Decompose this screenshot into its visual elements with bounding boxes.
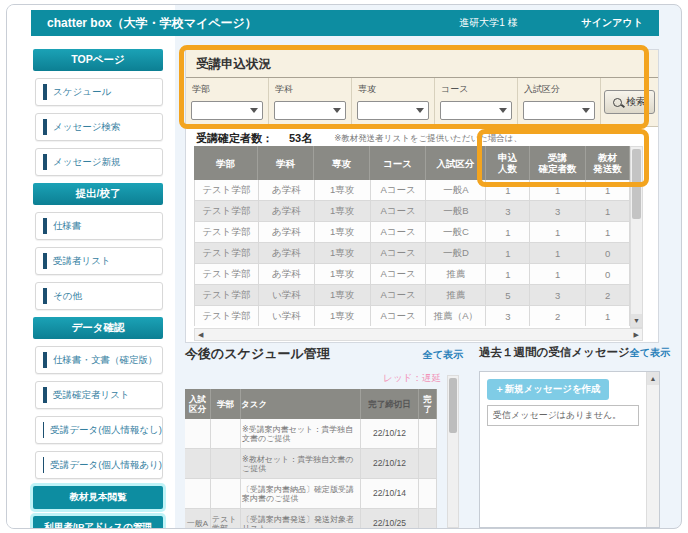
material-sample-button[interactable]: 教材見本閲覧 — [33, 486, 163, 509]
schedule-cell — [211, 479, 241, 508]
item-accent-bar — [43, 253, 47, 269]
page-frame: chatter box（大学・学校マイページ） 進研大学1 様 サインアウト T… — [6, 4, 682, 529]
table-cell: テスト学部 — [195, 264, 259, 284]
sidebar-item-attendee-list[interactable]: 受講者リスト — [35, 247, 163, 275]
schedule-scrollbar[interactable] — [447, 375, 459, 528]
material-sample-label: 教材見本閲覧 — [70, 491, 127, 504]
messages-section: 過去１週間の受信メッセージ 全て表示 ＋新規メッセージを作成 受信メッセージはあ… — [479, 345, 660, 360]
table-cell: Aコース — [371, 264, 427, 284]
schedule-row: 一般A テスト学部 〔受講案内書発送〕発送対象者リスト 22/10/25 — [185, 509, 437, 529]
scroll-right-icon[interactable]: ▶ — [634, 331, 639, 339]
schedule-cell — [185, 449, 211, 478]
chevron-down-icon — [582, 108, 590, 113]
table-cell: あ学科 — [259, 222, 315, 242]
table-row: テスト学部 あ学科 1専攻 Aコース 一般C 1 1 1 — [195, 222, 630, 243]
messages-scrollbar[interactable]: ▲ — [646, 372, 659, 527]
table-row: テスト学部 あ学科 1専攻 Aコース 推薦 1 1 0 — [195, 264, 630, 285]
user-name: 進研大学1 様 — [459, 16, 517, 30]
schedule-table: 入試 区分 学部 タスク 完了締切日 完 了 ※受講案内書セット：貴学独自文書の… — [185, 389, 437, 529]
col-header-confirmed: 受講 確定者数 — [530, 146, 586, 180]
scroll-down-icon: ▼ — [633, 317, 640, 324]
table-cell: 3 — [486, 306, 530, 326]
table-cell: 推薦（A） — [426, 306, 486, 326]
search-button[interactable]: 検索 — [604, 90, 655, 114]
signout-link[interactable]: サインアウト — [582, 16, 643, 30]
sidebar-item-data-no-pii[interactable]: 受講データ(個人情報なし) — [35, 416, 163, 444]
app-title: chatter box（大学・学校マイページ） — [47, 15, 459, 32]
horizontal-scrollbar[interactable]: ◀ ▶ — [194, 328, 643, 341]
scroll-up-button[interactable]: ▲ — [647, 372, 659, 385]
sidebar-item-label: スケジュール — [53, 86, 111, 99]
table-cell: 1専攻 — [315, 285, 371, 305]
table-cell: 一般D — [426, 243, 486, 263]
col-header-applicants: 申込 人数 — [486, 146, 530, 180]
messages-view-all-link[interactable]: 全て表示 — [630, 346, 670, 360]
col-header-exam-type: 入試区分 — [426, 146, 486, 180]
exam-type-select[interactable] — [523, 101, 595, 120]
table-cell: Aコース — [371, 243, 427, 263]
col-header-due-date: 完了締切日 — [361, 389, 419, 419]
sidebar-item-schedule[interactable]: スケジュール — [35, 78, 163, 106]
department-select[interactable] — [274, 101, 346, 120]
chevron-down-icon — [250, 108, 258, 113]
sidebar-item-message-search[interactable]: メッセージ検索 — [35, 113, 163, 141]
schedule-cell: ※受講案内書セット：貴学独自文書のご提供 — [241, 419, 361, 448]
table-cell: 1専攻 — [315, 201, 371, 221]
sidebar: TOPページ スケジュール メッセージ検索 メッセージ新規 提出/校了 仕様書 … — [33, 45, 163, 529]
sidebar-item-label: 受講データ(個人情報なし) — [50, 424, 162, 437]
filter-label: 入試区分 — [518, 78, 600, 96]
col-header-department: 学科 — [258, 146, 314, 180]
sidebar-item-spec[interactable]: 仕様書 — [35, 212, 163, 240]
sidebar-section-submit: 提出/校了 — [33, 183, 163, 205]
sidebar-item-label: 受講データ(個人情報あり) — [50, 459, 162, 472]
table-cell: 1 — [486, 222, 530, 242]
schedule-cell: ※教材セット：貴学独自文書のご提供 — [241, 449, 361, 478]
table-cell: テスト学部 — [195, 243, 259, 263]
sidebar-item-other[interactable]: その他 — [35, 282, 163, 310]
table-cell: Aコース — [371, 285, 427, 305]
schedule-row: ※受講案内書セット：貴学独自文書のご提供 22/10/12 — [185, 419, 437, 449]
shipping-note: ※教材発送者リストをご提供いただいた場合は、 — [334, 133, 522, 145]
table-cell: 一般C — [426, 222, 486, 242]
scroll-down-button[interactable]: ▼ — [631, 314, 642, 327]
filter-course: コース — [435, 78, 518, 126]
application-table: 学部 学科 専攻 コース 入試区分 申込 人数 受講 確定者数 教材 発送数 テ… — [194, 146, 630, 326]
item-accent-bar — [43, 352, 47, 368]
table-cell: い学科 — [259, 306, 315, 326]
table-cell: 1専攻 — [315, 222, 371, 242]
confirmed-count-value: 53名 — [289, 131, 312, 146]
sidebar-item-message-new[interactable]: メッセージ新規 — [35, 148, 163, 176]
table-cell: 1 — [530, 222, 586, 242]
item-accent-bar — [43, 119, 47, 135]
sidebar-item-confirmed-list[interactable]: 受講確定者リスト — [35, 381, 163, 409]
sidebar-item-data-with-pii[interactable]: 受講データ(個人情報あり) — [35, 451, 163, 479]
table-cell: テスト学部 — [195, 222, 259, 242]
table-row: テスト学部 あ学科 1専攻 Aコース 一般A 1 1 1 — [195, 180, 630, 201]
item-accent-bar — [43, 288, 47, 304]
course-select[interactable] — [440, 101, 512, 120]
scrollbar-thumb[interactable] — [632, 149, 641, 219]
table-cell: テスト学部 — [195, 201, 259, 221]
vertical-scrollbar[interactable]: ▼ — [630, 146, 643, 328]
item-accent-bar — [43, 422, 44, 438]
major-select[interactable] — [357, 101, 429, 120]
table-cell: 3 — [486, 201, 530, 221]
create-message-button[interactable]: ＋新規メッセージを作成 — [487, 379, 609, 400]
table-cell: 1 — [486, 243, 530, 263]
table-cell: Aコース — [371, 180, 427, 200]
sidebar-item-label: 受講者リスト — [53, 255, 111, 268]
schedule-view-all-link[interactable]: 全て表示 — [423, 348, 463, 362]
filter-bar: 学部 学科 専攻 コース 入試区分 — [186, 78, 658, 126]
sidebar-item-spec-final[interactable]: 仕様書・文書（確定版） — [35, 346, 163, 374]
confirmed-count-label: 受講確定者数： — [196, 131, 273, 146]
user-ip-management-button[interactable]: 利用者/IPアドレスの管理 — [33, 516, 163, 529]
scrollbar-thumb[interactable] — [449, 378, 457, 433]
application-status-panel: 受講申込状況 学部 学科 専攻 コース — [185, 49, 659, 343]
scroll-left-icon[interactable]: ◀ — [198, 331, 203, 339]
table-cell: あ学科 — [259, 243, 315, 263]
table-cell: 0 — [586, 243, 630, 263]
chevron-down-icon — [333, 108, 341, 113]
table-cell: Aコース — [371, 201, 427, 221]
schedule-cell — [211, 419, 241, 448]
faculty-select[interactable] — [191, 101, 263, 120]
